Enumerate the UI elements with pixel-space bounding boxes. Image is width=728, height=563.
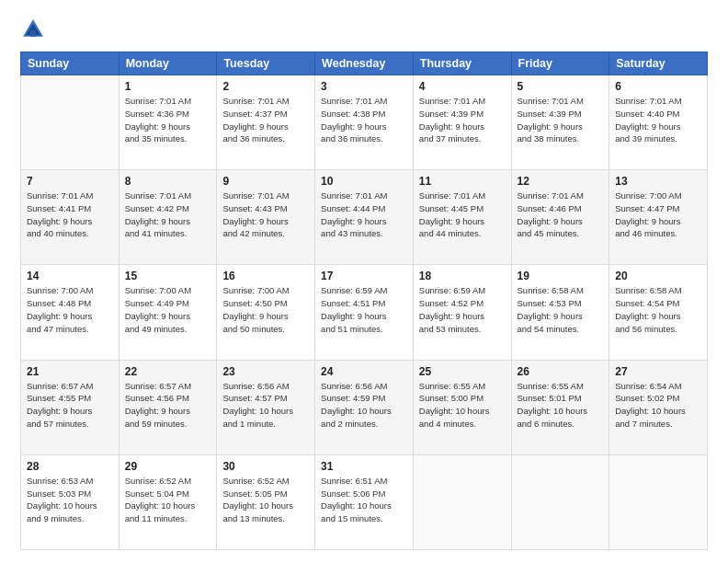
day-number: 24 — [321, 365, 407, 378]
day-number: 4 — [419, 80, 506, 93]
day-number: 1 — [125, 80, 211, 93]
calendar-cell: 6Sunrise: 7:01 AMSunset: 4:40 PMDaylight… — [609, 75, 708, 170]
calendar-cell: 22Sunrise: 6:57 AMSunset: 4:56 PMDayligh… — [119, 360, 217, 454]
calendar-week-3: 14Sunrise: 7:00 AMSunset: 4:48 PMDayligh… — [21, 265, 708, 360]
day-number: 26 — [518, 365, 604, 378]
day-info: Sunrise: 6:52 AMSunset: 5:05 PMDaylight:… — [222, 475, 309, 525]
calendar-cell: 4Sunrise: 7:01 AMSunset: 4:39 PMDaylight… — [413, 75, 511, 170]
weekday-header-tuesday: Tuesday — [217, 52, 315, 75]
day-info: Sunrise: 6:51 AMSunset: 5:06 PMDaylight:… — [321, 475, 407, 525]
calendar-table: SundayMondayTuesdayWednesdayThursdayFrid… — [20, 52, 708, 550]
page: SundayMondayTuesdayWednesdayThursdayFrid… — [0, 0, 728, 563]
calendar-week-4: 21Sunrise: 6:57 AMSunset: 4:55 PMDayligh… — [21, 360, 708, 454]
day-info: Sunrise: 6:53 AMSunset: 5:03 PMDaylight:… — [27, 475, 113, 525]
calendar-cell: 14Sunrise: 7:00 AMSunset: 4:48 PMDayligh… — [21, 265, 119, 360]
logo — [20, 17, 49, 42]
day-number: 25 — [419, 365, 506, 378]
day-info: Sunrise: 6:56 AMSunset: 4:57 PMDaylight:… — [222, 380, 309, 431]
calendar-cell: 18Sunrise: 6:59 AMSunset: 4:52 PMDayligh… — [413, 265, 511, 360]
day-number: 11 — [419, 175, 506, 188]
day-number: 22 — [125, 365, 211, 378]
day-info: Sunrise: 6:52 AMSunset: 5:04 PMDaylight:… — [125, 475, 211, 525]
day-number: 6 — [615, 80, 701, 93]
day-number: 29 — [125, 460, 211, 473]
calendar-cell: 16Sunrise: 7:00 AMSunset: 4:50 PMDayligh… — [217, 265, 315, 360]
calendar-cell: 10Sunrise: 7:01 AMSunset: 4:44 PMDayligh… — [315, 170, 414, 265]
calendar-cell: 20Sunrise: 6:58 AMSunset: 4:54 PMDayligh… — [609, 265, 708, 360]
calendar-cell: 24Sunrise: 6:56 AMSunset: 4:59 PMDayligh… — [315, 360, 414, 454]
day-info: Sunrise: 7:01 AMSunset: 4:42 PMDaylight:… — [125, 190, 211, 240]
calendar-cell: 8Sunrise: 7:01 AMSunset: 4:42 PMDaylight… — [119, 170, 217, 265]
weekday-header-thursday: Thursday — [413, 52, 511, 75]
calendar-cell: 12Sunrise: 7:01 AMSunset: 4:46 PMDayligh… — [511, 170, 609, 265]
svg-rect-2 — [30, 31, 36, 37]
calendar-cell — [511, 454, 609, 549]
weekday-header-friday: Friday — [511, 52, 609, 75]
day-number: 19 — [518, 270, 604, 282]
calendar-cell: 26Sunrise: 6:55 AMSunset: 5:01 PMDayligh… — [511, 360, 609, 454]
day-number: 13 — [615, 175, 701, 188]
day-info: Sunrise: 7:01 AMSunset: 4:46 PMDaylight:… — [518, 190, 604, 240]
calendar-cell: 21Sunrise: 6:57 AMSunset: 4:55 PMDayligh… — [21, 360, 119, 454]
weekday-header-monday: Monday — [119, 52, 217, 75]
calendar-cell: 19Sunrise: 6:58 AMSunset: 4:53 PMDayligh… — [511, 265, 609, 360]
day-info: Sunrise: 6:55 AMSunset: 5:00 PMDaylight:… — [419, 380, 506, 431]
calendar-cell: 30Sunrise: 6:52 AMSunset: 5:05 PMDayligh… — [217, 454, 315, 549]
calendar-cell: 7Sunrise: 7:01 AMSunset: 4:41 PMDaylight… — [21, 170, 119, 265]
day-number: 15 — [125, 270, 211, 282]
calendar-cell: 13Sunrise: 7:00 AMSunset: 4:47 PMDayligh… — [609, 170, 708, 265]
day-info: Sunrise: 6:57 AMSunset: 4:56 PMDaylight:… — [125, 380, 211, 431]
day-info: Sunrise: 6:55 AMSunset: 5:01 PMDaylight:… — [518, 380, 604, 431]
day-number: 10 — [321, 175, 407, 188]
day-info: Sunrise: 7:01 AMSunset: 4:45 PMDaylight:… — [419, 190, 506, 240]
day-number: 16 — [222, 270, 309, 282]
calendar-cell — [21, 75, 119, 170]
day-info: Sunrise: 7:01 AMSunset: 4:40 PMDaylight:… — [615, 95, 701, 145]
day-number: 5 — [518, 80, 604, 93]
day-info: Sunrise: 7:00 AMSunset: 4:49 PMDaylight:… — [125, 284, 211, 335]
day-info: Sunrise: 7:01 AMSunset: 4:39 PMDaylight:… — [518, 95, 604, 145]
day-info: Sunrise: 7:01 AMSunset: 4:43 PMDaylight:… — [222, 190, 309, 240]
calendar-cell: 17Sunrise: 6:59 AMSunset: 4:51 PMDayligh… — [315, 265, 414, 360]
calendar-cell — [413, 454, 511, 549]
calendar-week-1: 1Sunrise: 7:01 AMSunset: 4:36 PMDaylight… — [21, 75, 708, 170]
day-info: Sunrise: 6:59 AMSunset: 4:52 PMDaylight:… — [419, 284, 506, 335]
calendar-week-2: 7Sunrise: 7:01 AMSunset: 4:41 PMDaylight… — [21, 170, 708, 265]
calendar-cell: 5Sunrise: 7:01 AMSunset: 4:39 PMDaylight… — [511, 75, 609, 170]
logo-icon — [20, 17, 46, 42]
weekday-header-sunday: Sunday — [21, 52, 119, 75]
day-number: 3 — [321, 80, 407, 93]
weekday-header-wednesday: Wednesday — [315, 52, 414, 75]
day-info: Sunrise: 6:58 AMSunset: 4:54 PMDaylight:… — [615, 284, 701, 335]
weekday-header-row: SundayMondayTuesdayWednesdayThursdayFrid… — [21, 52, 708, 75]
day-number: 7 — [27, 175, 113, 188]
day-number: 20 — [615, 270, 701, 282]
day-number: 18 — [419, 270, 506, 282]
day-info: Sunrise: 7:01 AMSunset: 4:37 PMDaylight:… — [222, 95, 309, 145]
calendar-cell: 11Sunrise: 7:01 AMSunset: 4:45 PMDayligh… — [413, 170, 511, 265]
calendar-week-5: 28Sunrise: 6:53 AMSunset: 5:03 PMDayligh… — [21, 454, 708, 549]
day-number: 2 — [222, 80, 309, 93]
day-info: Sunrise: 7:01 AMSunset: 4:39 PMDaylight:… — [419, 95, 506, 145]
calendar-cell — [609, 454, 708, 549]
calendar-cell: 23Sunrise: 6:56 AMSunset: 4:57 PMDayligh… — [217, 360, 315, 454]
day-number: 12 — [518, 175, 604, 188]
day-number: 14 — [27, 270, 113, 282]
day-info: Sunrise: 6:58 AMSunset: 4:53 PMDaylight:… — [518, 284, 604, 335]
day-number: 17 — [321, 270, 407, 282]
day-info: Sunrise: 6:56 AMSunset: 4:59 PMDaylight:… — [321, 380, 407, 431]
day-info: Sunrise: 7:00 AMSunset: 4:48 PMDaylight:… — [27, 284, 113, 335]
day-info: Sunrise: 7:01 AMSunset: 4:36 PMDaylight:… — [125, 95, 211, 145]
day-info: Sunrise: 7:01 AMSunset: 4:41 PMDaylight:… — [27, 190, 113, 240]
day-number: 30 — [222, 460, 309, 473]
weekday-header-saturday: Saturday — [609, 52, 708, 75]
calendar-cell: 3Sunrise: 7:01 AMSunset: 4:38 PMDaylight… — [315, 75, 414, 170]
day-number: 23 — [222, 365, 309, 378]
day-number: 21 — [27, 365, 113, 378]
day-number: 28 — [27, 460, 113, 473]
calendar-cell: 25Sunrise: 6:55 AMSunset: 5:00 PMDayligh… — [413, 360, 511, 454]
calendar-cell: 27Sunrise: 6:54 AMSunset: 5:02 PMDayligh… — [609, 360, 708, 454]
header — [20, 17, 708, 42]
day-info: Sunrise: 7:00 AMSunset: 4:47 PMDaylight:… — [615, 190, 701, 240]
day-number: 27 — [615, 365, 701, 378]
